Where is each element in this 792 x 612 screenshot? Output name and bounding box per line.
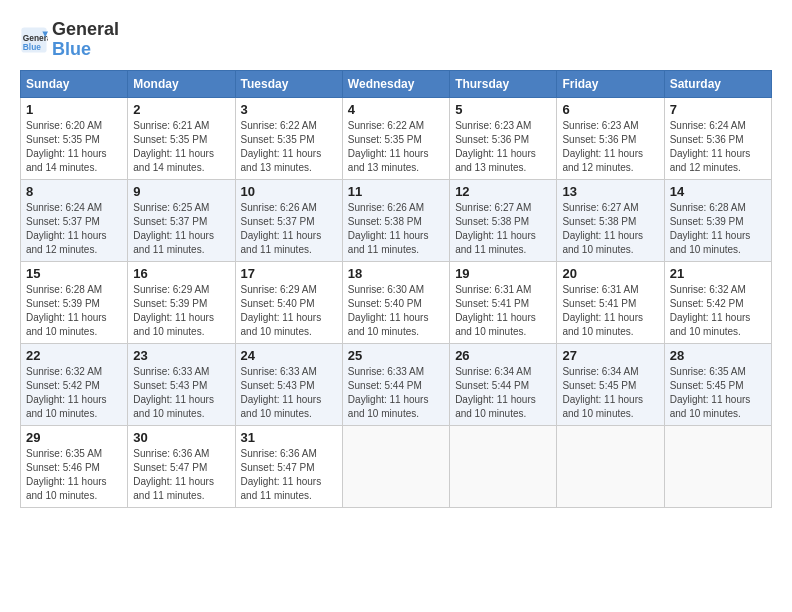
day-cell: 18 Sunrise: 6:30 AM Sunset: 5:40 PM Dayl… <box>342 261 449 343</box>
day-cell: 4 Sunrise: 6:22 AM Sunset: 5:35 PM Dayli… <box>342 97 449 179</box>
day-number: 26 <box>455 348 551 363</box>
day-detail: Sunrise: 6:23 AM Sunset: 5:36 PM Dayligh… <box>455 120 536 173</box>
day-number: 11 <box>348 184 444 199</box>
day-number: 6 <box>562 102 658 117</box>
day-number: 3 <box>241 102 337 117</box>
weekday-header-thursday: Thursday <box>450 70 557 97</box>
day-cell: 5 Sunrise: 6:23 AM Sunset: 5:36 PM Dayli… <box>450 97 557 179</box>
day-number: 28 <box>670 348 766 363</box>
day-number: 16 <box>133 266 229 281</box>
header: General Blue GeneralBlue <box>20 20 772 60</box>
day-detail: Sunrise: 6:22 AM Sunset: 5:35 PM Dayligh… <box>241 120 322 173</box>
day-detail: Sunrise: 6:22 AM Sunset: 5:35 PM Dayligh… <box>348 120 429 173</box>
day-cell: 13 Sunrise: 6:27 AM Sunset: 5:38 PM Dayl… <box>557 179 664 261</box>
weekday-header-wednesday: Wednesday <box>342 70 449 97</box>
day-cell: 20 Sunrise: 6:31 AM Sunset: 5:41 PM Dayl… <box>557 261 664 343</box>
day-detail: Sunrise: 6:31 AM Sunset: 5:41 PM Dayligh… <box>455 284 536 337</box>
day-cell: 26 Sunrise: 6:34 AM Sunset: 5:44 PM Dayl… <box>450 343 557 425</box>
day-number: 31 <box>241 430 337 445</box>
day-cell: 14 Sunrise: 6:28 AM Sunset: 5:39 PM Dayl… <box>664 179 771 261</box>
day-number: 17 <box>241 266 337 281</box>
day-detail: Sunrise: 6:31 AM Sunset: 5:41 PM Dayligh… <box>562 284 643 337</box>
day-cell: 9 Sunrise: 6:25 AM Sunset: 5:37 PM Dayli… <box>128 179 235 261</box>
day-number: 1 <box>26 102 122 117</box>
day-detail: Sunrise: 6:30 AM Sunset: 5:40 PM Dayligh… <box>348 284 429 337</box>
day-detail: Sunrise: 6:32 AM Sunset: 5:42 PM Dayligh… <box>670 284 751 337</box>
day-cell: 30 Sunrise: 6:36 AM Sunset: 5:47 PM Dayl… <box>128 425 235 507</box>
calendar-table: SundayMondayTuesdayWednesdayThursdayFrid… <box>20 70 772 508</box>
day-detail: Sunrise: 6:36 AM Sunset: 5:47 PM Dayligh… <box>133 448 214 501</box>
svg-text:Blue: Blue <box>23 42 41 52</box>
day-cell: 15 Sunrise: 6:28 AM Sunset: 5:39 PM Dayl… <box>21 261 128 343</box>
day-number: 18 <box>348 266 444 281</box>
day-number: 29 <box>26 430 122 445</box>
day-detail: Sunrise: 6:33 AM Sunset: 5:43 PM Dayligh… <box>241 366 322 419</box>
logo-text: GeneralBlue <box>52 20 119 60</box>
day-number: 19 <box>455 266 551 281</box>
day-cell: 16 Sunrise: 6:29 AM Sunset: 5:39 PM Dayl… <box>128 261 235 343</box>
logo-icon: General Blue <box>20 26 48 54</box>
day-number: 22 <box>26 348 122 363</box>
day-cell: 6 Sunrise: 6:23 AM Sunset: 5:36 PM Dayli… <box>557 97 664 179</box>
day-cell: 22 Sunrise: 6:32 AM Sunset: 5:42 PM Dayl… <box>21 343 128 425</box>
day-detail: Sunrise: 6:27 AM Sunset: 5:38 PM Dayligh… <box>455 202 536 255</box>
day-cell <box>342 425 449 507</box>
day-number: 13 <box>562 184 658 199</box>
week-row-4: 22 Sunrise: 6:32 AM Sunset: 5:42 PM Dayl… <box>21 343 772 425</box>
week-row-1: 1 Sunrise: 6:20 AM Sunset: 5:35 PM Dayli… <box>21 97 772 179</box>
day-number: 27 <box>562 348 658 363</box>
day-cell <box>557 425 664 507</box>
day-cell: 8 Sunrise: 6:24 AM Sunset: 5:37 PM Dayli… <box>21 179 128 261</box>
weekday-header-sunday: Sunday <box>21 70 128 97</box>
day-detail: Sunrise: 6:23 AM Sunset: 5:36 PM Dayligh… <box>562 120 643 173</box>
day-number: 23 <box>133 348 229 363</box>
day-number: 9 <box>133 184 229 199</box>
weekday-header-row: SundayMondayTuesdayWednesdayThursdayFrid… <box>21 70 772 97</box>
day-cell: 31 Sunrise: 6:36 AM Sunset: 5:47 PM Dayl… <box>235 425 342 507</box>
day-detail: Sunrise: 6:33 AM Sunset: 5:44 PM Dayligh… <box>348 366 429 419</box>
day-cell: 3 Sunrise: 6:22 AM Sunset: 5:35 PM Dayli… <box>235 97 342 179</box>
day-cell: 17 Sunrise: 6:29 AM Sunset: 5:40 PM Dayl… <box>235 261 342 343</box>
day-detail: Sunrise: 6:35 AM Sunset: 5:46 PM Dayligh… <box>26 448 107 501</box>
day-cell <box>450 425 557 507</box>
day-number: 10 <box>241 184 337 199</box>
day-number: 25 <box>348 348 444 363</box>
day-cell: 1 Sunrise: 6:20 AM Sunset: 5:35 PM Dayli… <box>21 97 128 179</box>
day-number: 14 <box>670 184 766 199</box>
week-row-5: 29 Sunrise: 6:35 AM Sunset: 5:46 PM Dayl… <box>21 425 772 507</box>
day-number: 30 <box>133 430 229 445</box>
day-detail: Sunrise: 6:25 AM Sunset: 5:37 PM Dayligh… <box>133 202 214 255</box>
day-number: 15 <box>26 266 122 281</box>
day-cell: 28 Sunrise: 6:35 AM Sunset: 5:45 PM Dayl… <box>664 343 771 425</box>
day-detail: Sunrise: 6:27 AM Sunset: 5:38 PM Dayligh… <box>562 202 643 255</box>
weekday-header-friday: Friday <box>557 70 664 97</box>
day-detail: Sunrise: 6:35 AM Sunset: 5:45 PM Dayligh… <box>670 366 751 419</box>
weekday-header-tuesday: Tuesday <box>235 70 342 97</box>
day-cell: 2 Sunrise: 6:21 AM Sunset: 5:35 PM Dayli… <box>128 97 235 179</box>
day-cell: 27 Sunrise: 6:34 AM Sunset: 5:45 PM Dayl… <box>557 343 664 425</box>
day-detail: Sunrise: 6:28 AM Sunset: 5:39 PM Dayligh… <box>26 284 107 337</box>
day-detail: Sunrise: 6:21 AM Sunset: 5:35 PM Dayligh… <box>133 120 214 173</box>
day-detail: Sunrise: 6:29 AM Sunset: 5:39 PM Dayligh… <box>133 284 214 337</box>
day-cell: 11 Sunrise: 6:26 AM Sunset: 5:38 PM Dayl… <box>342 179 449 261</box>
day-detail: Sunrise: 6:24 AM Sunset: 5:37 PM Dayligh… <box>26 202 107 255</box>
day-detail: Sunrise: 6:24 AM Sunset: 5:36 PM Dayligh… <box>670 120 751 173</box>
day-detail: Sunrise: 6:36 AM Sunset: 5:47 PM Dayligh… <box>241 448 322 501</box>
day-detail: Sunrise: 6:34 AM Sunset: 5:45 PM Dayligh… <box>562 366 643 419</box>
day-number: 5 <box>455 102 551 117</box>
day-cell: 21 Sunrise: 6:32 AM Sunset: 5:42 PM Dayl… <box>664 261 771 343</box>
day-detail: Sunrise: 6:34 AM Sunset: 5:44 PM Dayligh… <box>455 366 536 419</box>
day-number: 24 <box>241 348 337 363</box>
day-detail: Sunrise: 6:26 AM Sunset: 5:37 PM Dayligh… <box>241 202 322 255</box>
day-number: 12 <box>455 184 551 199</box>
weekday-header-saturday: Saturday <box>664 70 771 97</box>
day-cell: 12 Sunrise: 6:27 AM Sunset: 5:38 PM Dayl… <box>450 179 557 261</box>
day-number: 21 <box>670 266 766 281</box>
day-detail: Sunrise: 6:33 AM Sunset: 5:43 PM Dayligh… <box>133 366 214 419</box>
day-cell <box>664 425 771 507</box>
day-detail: Sunrise: 6:28 AM Sunset: 5:39 PM Dayligh… <box>670 202 751 255</box>
day-cell: 10 Sunrise: 6:26 AM Sunset: 5:37 PM Dayl… <box>235 179 342 261</box>
day-cell: 29 Sunrise: 6:35 AM Sunset: 5:46 PM Dayl… <box>21 425 128 507</box>
week-row-2: 8 Sunrise: 6:24 AM Sunset: 5:37 PM Dayli… <box>21 179 772 261</box>
week-row-3: 15 Sunrise: 6:28 AM Sunset: 5:39 PM Dayl… <box>21 261 772 343</box>
